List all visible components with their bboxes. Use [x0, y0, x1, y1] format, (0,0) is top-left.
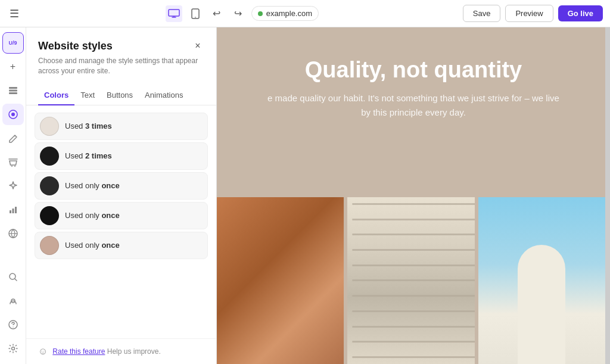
canvas-hero-subtitle: e made quality our habit. It's not somet…: [264, 91, 562, 120]
sidebar-item-styles[interactable]: [2, 104, 24, 125]
svg-point-2: [195, 17, 196, 18]
sidebar-item-audio[interactable]: [2, 290, 24, 312]
color-item-0[interactable]: Used 3 times: [35, 113, 208, 140]
preview-button[interactable]: Preview: [505, 5, 553, 22]
facade-texture: [347, 197, 474, 364]
canvas-image-brick: [217, 197, 344, 364]
topbar-right: Save Preview Go live: [463, 5, 603, 22]
feedback-link[interactable]: Rate this feature: [52, 347, 105, 356]
version-badge[interactable]: U/9: [2, 32, 24, 54]
canvas-hero-title: Quality, not quantity: [264, 57, 562, 83]
url-text: example.com: [266, 9, 312, 18]
svg-rect-11: [12, 209, 14, 213]
tab-animations[interactable]: Animations: [139, 86, 189, 105]
feedback-suffix: Help us improve.: [105, 347, 160, 356]
color-label-0: Used 3 times: [65, 122, 112, 130]
color-label-2: Used only once: [65, 181, 120, 190]
color-swatch-0: [40, 117, 59, 136]
color-label-1: Used 2 times: [65, 151, 112, 160]
svg-rect-10: [10, 210, 11, 213]
color-info-2: Used only once: [65, 181, 120, 190]
topbar: ☰ ↩ ↪ example.com Save Preview Go live: [0, 0, 610, 27]
svg-point-18: [11, 347, 14, 350]
canvas-images: [217, 197, 605, 364]
canvas-image-arch: [478, 197, 605, 364]
brick-texture: [217, 197, 344, 364]
mobile-device-icon[interactable]: [187, 5, 204, 22]
canvas-image-facade: [347, 197, 474, 364]
panel-title: Website styles: [38, 40, 113, 52]
feedback-area: ☺ Rate this feature Help us improve.: [26, 338, 216, 364]
sidebar-item-ai[interactable]: [2, 175, 24, 197]
svg-point-9: [14, 166, 15, 167]
color-info-1: Used 2 times: [65, 151, 112, 160]
panel-title-row: Website styles ×: [38, 39, 204, 52]
color-item-4[interactable]: Used only once: [35, 232, 208, 259]
sidebar-item-add[interactable]: +: [2, 56, 24, 77]
svg-point-8: [11, 166, 13, 167]
panel-header: Website styles × Choose and manage the s…: [26, 27, 216, 86]
sidebar-item-help[interactable]: [2, 314, 24, 335]
color-item-1[interactable]: Used 2 times: [35, 142, 208, 170]
svg-rect-5: [9, 92, 17, 94]
tab-buttons[interactable]: Buttons: [101, 86, 139, 105]
tab-colors[interactable]: Colors: [38, 86, 74, 105]
desktop-device-icon[interactable]: [166, 5, 182, 22]
arch-shape: [518, 245, 565, 364]
canvas-hero-text: Quality, not quantity e made quality our…: [264, 57, 562, 120]
sidebar-item-settings[interactable]: [2, 338, 24, 359]
menu-icon[interactable]: ☰: [7, 5, 21, 23]
color-info-4: Used only once: [65, 241, 120, 250]
svg-rect-12: [15, 207, 17, 213]
color-label-3: Used only once: [65, 211, 120, 220]
panel-tabs: Colors Text Buttons Animations: [26, 86, 216, 105]
styles-panel: Website styles × Choose and manage the s…: [26, 27, 217, 364]
undo-icon[interactable]: ↩: [208, 5, 225, 22]
arch-texture: [478, 197, 605, 364]
sidebar-item-layers[interactable]: [2, 80, 24, 101]
canvas-area: Quality, not quantity e made quality our…: [217, 27, 610, 364]
color-swatch-1: [40, 147, 59, 166]
svg-rect-3: [9, 87, 17, 89]
redo-icon[interactable]: ↪: [230, 5, 247, 22]
url-status-dot: [258, 11, 263, 16]
sidebar-item-language[interactable]: [2, 223, 24, 244]
sidebar-item-store[interactable]: [2, 151, 24, 173]
sidebar-icons: U/9 +: [0, 27, 26, 364]
color-swatch-2: [40, 176, 59, 195]
sidebar-item-search[interactable]: [2, 266, 24, 288]
svg-point-7: [11, 113, 15, 116]
color-swatch-4: [40, 236, 59, 255]
svg-point-17: [13, 326, 13, 327]
go-live-button[interactable]: Go live: [558, 5, 603, 21]
topbar-center: ↩ ↪ example.com: [26, 5, 458, 22]
color-item-2[interactable]: Used only once: [35, 172, 208, 200]
feedback-icon: ☺: [38, 346, 48, 357]
site-url-area[interactable]: example.com: [251, 6, 319, 21]
color-list: Used 3 timesUsed 2 timesUsed only onceUs…: [26, 105, 216, 338]
topbar-left: ☰: [7, 5, 21, 23]
svg-rect-4: [9, 90, 17, 92]
color-label-4: Used only once: [65, 241, 120, 250]
panel-subtitle: Choose and manage the style settings tha…: [38, 56, 204, 76]
color-info-0: Used 3 times: [65, 122, 112, 130]
save-button[interactable]: Save: [463, 5, 501, 22]
color-swatch-3: [40, 206, 59, 225]
main-area: U/9 +: [0, 27, 610, 364]
tab-text[interactable]: Text: [74, 86, 101, 105]
color-item-3[interactable]: Used only once: [35, 202, 208, 229]
feedback-text: Rate this feature Help us improve.: [52, 347, 160, 356]
sidebar-item-edit[interactable]: [2, 127, 24, 149]
canvas-scrollbar[interactable]: [605, 27, 610, 364]
svg-rect-0: [169, 10, 179, 16]
canvas-content: Quality, not quantity e made quality our…: [217, 27, 610, 364]
panel-close-button[interactable]: ×: [191, 39, 204, 52]
sidebar-item-analytics[interactable]: [2, 199, 24, 220]
color-info-3: Used only once: [65, 211, 120, 220]
